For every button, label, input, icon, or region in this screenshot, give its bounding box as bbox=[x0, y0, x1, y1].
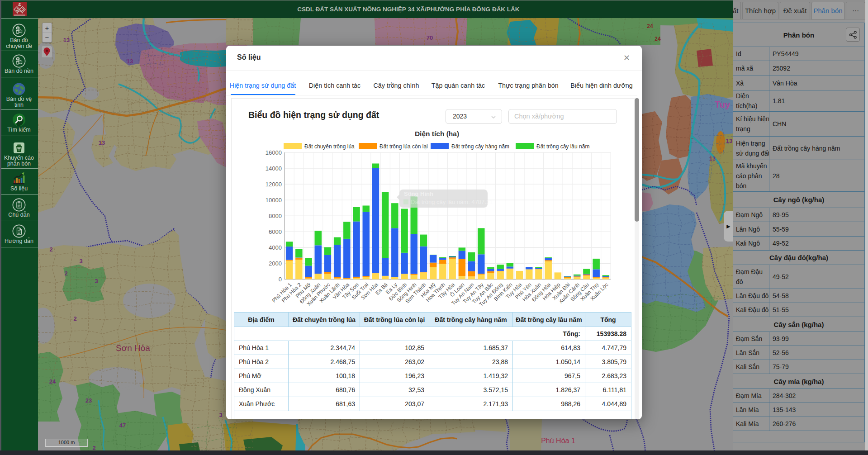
svg-text:12000: 12000 bbox=[266, 181, 282, 188]
svg-text:Phú Hòa 1: Phú Hòa 1 bbox=[541, 437, 575, 445]
svg-text:23: 23 bbox=[85, 397, 92, 404]
svg-text:2: 2 bbox=[64, 270, 67, 277]
svg-text:13: 13 bbox=[709, 155, 716, 162]
svg-text:13: 13 bbox=[127, 58, 133, 65]
svg-text:13: 13 bbox=[99, 139, 105, 146]
svg-text:24: 24 bbox=[49, 378, 56, 385]
svg-text:3: 3 bbox=[219, 412, 222, 418]
svg-text:24: 24 bbox=[655, 36, 661, 42]
svg-text:14000: 14000 bbox=[266, 165, 282, 172]
svg-text:Tuy: Tuy bbox=[715, 100, 730, 109]
svg-text:8000: 8000 bbox=[269, 213, 282, 219]
svg-text:2000: 2000 bbox=[269, 260, 282, 267]
svg-text:4000: 4000 bbox=[269, 244, 282, 251]
svg-text:47: 47 bbox=[119, 422, 126, 429]
svg-text:Đất trồng cây hàng năm: Đất trồng cây hàng năm bbox=[451, 143, 509, 150]
svg-text:13: 13 bbox=[726, 137, 732, 144]
svg-text:Đất trồng cây lâu năm: 4787.31: Đất trồng cây lâu năm: 4787.31 bbox=[411, 199, 493, 205]
svg-text:6000: 6000 bbox=[269, 228, 282, 235]
svg-text:70: 70 bbox=[427, 34, 433, 41]
svg-text:Sơn Hòa: Sơn Hòa bbox=[116, 343, 150, 353]
svg-text:10000: 10000 bbox=[266, 197, 282, 204]
svg-text:3: 3 bbox=[79, 258, 82, 265]
svg-text:16000: 16000 bbox=[266, 149, 282, 156]
svg-text:2: 2 bbox=[92, 445, 95, 450]
svg-text:Đất trồng cây lâu năm: Đất trồng cây lâu năm bbox=[536, 143, 589, 150]
svg-text:13: 13 bbox=[63, 37, 70, 43]
svg-text:Sông Hinh: Sông Hinh bbox=[404, 190, 433, 197]
svg-text:Đất chuyên trồng lúa: Đất chuyên trồng lúa bbox=[304, 143, 355, 150]
svg-text:24: 24 bbox=[647, 23, 653, 29]
svg-text:3: 3 bbox=[95, 278, 98, 284]
svg-text:2: 2 bbox=[73, 315, 76, 322]
svg-text:2: 2 bbox=[49, 246, 52, 253]
svg-text:0: 0 bbox=[279, 276, 282, 283]
svg-text:Đất trồng lúa còn lại: Đất trồng lúa còn lại bbox=[379, 143, 428, 150]
